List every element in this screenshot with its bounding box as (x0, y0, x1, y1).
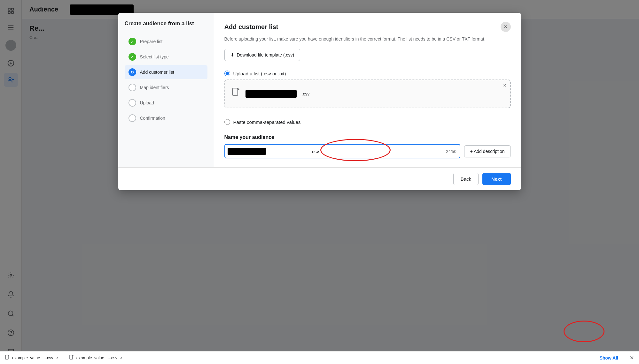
step-map-identifiers[interactable]: Map identifiers (125, 80, 207, 95)
step-prepare-list[interactable]: ✓ Prepare list (125, 34, 207, 49)
paste-radio-input[interactable] (224, 119, 230, 125)
step-upload[interactable]: Upload (125, 96, 207, 110)
svg-rect-24 (70, 355, 73, 359)
modal-title: Add customer list (224, 23, 278, 31)
paste-radio-label: Paste comma-separated values (233, 119, 301, 125)
step-label-add-customer-list: Add customer list (140, 70, 174, 75)
section-name-label: Name your audience (224, 134, 511, 140)
add-description-button[interactable]: + Add description (464, 145, 511, 157)
step-label-map-identifiers: Map identifiers (140, 85, 169, 90)
char-count: 24/50 (446, 149, 456, 154)
file-icon-1 (5, 355, 10, 361)
upload-radio-item[interactable]: Upload a list (.csv or .txt) (224, 67, 511, 80)
download-template-button[interactable]: ⬇ Download file template (.csv) (224, 49, 300, 61)
step-icon-confirmation (129, 114, 136, 122)
download-item-1[interactable]: example_value_....csv ∧ (0, 352, 64, 364)
step-confirmation[interactable]: Confirmation (125, 111, 207, 125)
modal-footer: Back Next (118, 167, 521, 190)
input-csv-suffix: .csv (311, 148, 319, 154)
download-btn-label: Download file template (.csv) (237, 52, 294, 57)
svg-point-21 (131, 72, 133, 73)
upload-radio-label: Upload a list (.csv or .txt) (233, 71, 286, 76)
download-item-2[interactable]: example_value_....csv ∧ (64, 352, 129, 364)
file-ext: .csv (302, 91, 310, 96)
modal-inner: Create audience from a list ✓ Prepare li… (118, 13, 521, 167)
paste-radio-item[interactable]: Paste comma-separated values (224, 116, 511, 128)
step-label-prepare-list: Prepare list (140, 39, 163, 44)
step-icon-prepare-list: ✓ (129, 38, 136, 45)
step-select-list-type[interactable]: ✓ Select list type (125, 50, 207, 64)
back-button[interactable]: Back (453, 173, 479, 185)
modal-main-content: Add customer list × Before uploading you… (214, 13, 521, 167)
step-label-select-list-type: Select list type (140, 54, 169, 59)
step-icon-map-identifiers (129, 84, 136, 91)
step-label-confirmation: Confirmation (140, 116, 165, 121)
show-all-button[interactable]: Show All (593, 352, 625, 364)
file-icon (231, 88, 240, 100)
step-icon-upload (129, 99, 136, 107)
chevron-icon-2: ∧ (120, 356, 123, 360)
chevron-icon-1: ∧ (56, 356, 59, 360)
name-input-wrapper: .csv 24/50 (224, 144, 460, 158)
audience-name-input[interactable] (224, 144, 460, 158)
modal-subtitle: Before uploading your list, make sure yo… (224, 36, 511, 42)
modal-dialog: Create audience from a list ✓ Prepare li… (118, 13, 521, 190)
step-icon-select-list-type: ✓ (129, 53, 136, 61)
download-file-2-name: example_value_....csv (76, 355, 118, 360)
step-label-upload: Upload (140, 100, 154, 105)
modal-sidebar-title: Create audience from a list (125, 20, 207, 27)
next-button[interactable]: Next (482, 173, 511, 185)
modal-steps-panel: Create audience from a list ✓ Prepare li… (118, 13, 214, 167)
download-file-1-name: example_value_....csv (12, 355, 53, 360)
upload-radio-input[interactable] (224, 71, 230, 76)
close-button[interactable]: × (501, 22, 511, 32)
step-icon-add-customer-list (129, 68, 136, 76)
close-bar-button[interactable]: ✕ (625, 352, 639, 364)
file-remove-button[interactable]: × (503, 83, 506, 88)
svg-rect-22 (232, 88, 238, 95)
svg-rect-23 (5, 355, 8, 359)
file-upload-area[interactable]: .csv × (224, 80, 511, 108)
file-name-redacted (245, 90, 297, 98)
file-icon-2 (69, 355, 74, 361)
bottom-bar: example_value_....csv ∧ example_value_..… (0, 351, 639, 364)
upload-options: Upload a list (.csv or .txt) .csv × Past… (224, 67, 511, 128)
download-icon: ⬇ (230, 52, 234, 57)
modal-header: Add customer list × (224, 22, 511, 32)
step-add-customer-list[interactable]: Add customer list (125, 65, 207, 79)
audience-name-row: .csv 24/50 + Add description (224, 144, 511, 158)
